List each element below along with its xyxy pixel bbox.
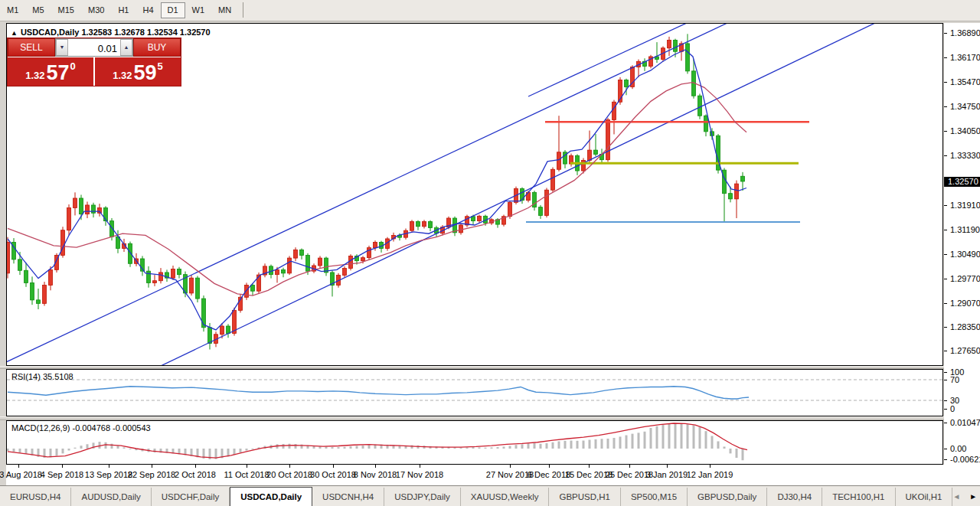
price-axis-label: 1.29070: [950, 299, 980, 308]
tabs-scroll-left-icon[interactable]: ◄: [952, 492, 960, 501]
buy-price-head: 1.32: [113, 70, 132, 81]
buy-price-display[interactable]: 1.32 59 5: [95, 57, 181, 86]
rsi-pane[interactable]: RSI(14) 35.5108: [6, 369, 943, 416]
chart-tab-dj30[interactable]: DJ30,H4: [767, 488, 822, 506]
date-tick: [629, 465, 630, 468]
timeframe-button-m5[interactable]: M5: [25, 2, 51, 18]
price-axis-label: 1.31190: [950, 225, 980, 234]
chart-tab-xauusd[interactable]: XAUUSD,Weekly: [461, 488, 550, 506]
timeframe-button-m30[interactable]: M30: [81, 2, 111, 18]
chart-tab-usdcnh[interactable]: USDCNH,H4: [312, 488, 384, 506]
axis-tick: [944, 459, 947, 460]
axis-tick: [944, 230, 947, 230]
chart-tab-usdcad[interactable]: USDCAD,Daily: [230, 487, 312, 506]
lot-size-input[interactable]: [68, 39, 120, 56]
timeframe-toolbar: M1M5M15M30H1H4D1W1MN: [0, 0, 980, 21]
buy-price-pip: 5: [158, 60, 163, 72]
ohlc-values: USDCAD,Daily 1.32583 1.32678 1.32534 1.3…: [21, 28, 211, 37]
price-axis-label: 0.010474: [950, 418, 980, 427]
date-axis-label: 30 Oct 2018: [310, 470, 356, 479]
timeframe-button-w1[interactable]: W1: [185, 2, 212, 18]
axis-tick: [944, 327, 947, 328]
lot-decrease-button[interactable]: ▼: [56, 39, 68, 56]
current-price-tag: 1.32570: [944, 177, 980, 187]
chart-ohlc-title: ▲USDCAD,Daily 1.32583 1.32678 1.32534 1.…: [11, 28, 211, 37]
chart-tab-gbpusd[interactable]: GBPUSD,Daily: [688, 488, 767, 506]
axis-tick: [944, 303, 947, 304]
lot-increase-button[interactable]: ▲: [120, 39, 132, 56]
date-axis-label: 6 Dec 2018: [528, 470, 570, 479]
chart-tab-tech100[interactable]: TECH100,H1: [822, 488, 895, 506]
axis-tick: [944, 82, 947, 83]
axis-tick: [944, 33, 947, 34]
axis-tick: [944, 279, 947, 279]
timeframe-button-d1[interactable]: D1: [161, 2, 185, 18]
buy-price-main: 59: [134, 63, 157, 83]
timeframe-button-h4[interactable]: H4: [136, 2, 160, 18]
price-axis-label: 1.31910: [950, 201, 980, 210]
date-axis-label: 2 Oct 2018: [175, 470, 216, 479]
date-axis[interactable]: 23 Aug 20184 Sep 201813 Sep 201822 Sep 2…: [6, 465, 980, 485]
chart-tab-usdjpy[interactable]: USDJPY,Daily: [384, 488, 461, 506]
axis-tick: [944, 380, 947, 380]
price-axis-label: 1.30490: [950, 250, 980, 259]
date-tick: [589, 465, 590, 468]
axis-tick: [944, 131, 947, 132]
date-axis-label: 11 Oct 2018: [224, 470, 269, 479]
date-axis-label: 22 Sep 2018: [128, 470, 175, 479]
axis-tick: [944, 205, 947, 206]
date-axis-label: 3 Jan 2019: [646, 470, 688, 479]
timeframe-button-m15[interactable]: M15: [51, 2, 81, 18]
macd-pane[interactable]: MACD(12,26,9) -0.004768 -0.000543: [6, 420, 943, 465]
date-axis-label: 13 Sep 2018: [85, 470, 132, 479]
axis-tick: [944, 351, 947, 351]
date-tick: [375, 465, 376, 468]
chart-tab-audusd[interactable]: AUDUSD,Daily: [71, 488, 151, 506]
buy-button[interactable]: BUY: [133, 38, 181, 57]
axis-tick: [944, 449, 947, 449]
chart-tab-ukoil[interactable]: UKOil,H1: [896, 488, 953, 506]
sell-price-display[interactable]: 1.32 57 0: [8, 57, 93, 86]
chart-tab-gbpusd[interactable]: GBPUSD,H1: [549, 488, 620, 506]
timeframe-button-m1[interactable]: M1: [0, 2, 25, 18]
price-axis-label: 70: [950, 375, 959, 384]
chart-tab-sp500[interactable]: SP500,M15: [621, 488, 688, 506]
timeframe-button-mn[interactable]: MN: [211, 2, 238, 18]
date-tick: [667, 465, 668, 468]
one-click-trading-panel: SELL ▼ ▲ BUY 1.32 57 0 1.32 59 5: [8, 38, 181, 86]
price-axis-label: 1.35470: [950, 77, 980, 87]
rsi-chart[interactable]: [7, 370, 942, 416]
axis-tick: [944, 254, 947, 255]
price-axis-label: 1.34050: [950, 126, 980, 135]
price-axis-label: 1.29770: [950, 274, 980, 283]
date-tick: [18, 465, 19, 468]
price-axis-label: 1.27650: [950, 346, 980, 355]
date-tick: [195, 465, 196, 468]
chart-tab-eurusd[interactable]: EURUSD,H4: [0, 488, 71, 506]
sell-button[interactable]: SELL: [8, 38, 55, 57]
axis-tick: [944, 423, 947, 423]
date-axis-label: 8 Nov 2018: [354, 470, 397, 479]
sell-price-main: 57: [47, 63, 70, 83]
tabs-scroll-right-icon[interactable]: ►: [969, 492, 977, 501]
date-axis-label: 20 Oct 2018: [266, 470, 312, 479]
chart-tab-usdchf[interactable]: USDCHF,Daily: [152, 488, 230, 506]
price-axis-label: 1.28350: [950, 322, 980, 331]
rsi-label: RSI(14) 35.5108: [11, 372, 74, 381]
date-tick: [710, 465, 710, 468]
axis-tick: [944, 409, 947, 410]
date-tick: [289, 465, 290, 468]
date-axis-label: 12 Jan 2019: [687, 470, 733, 479]
date-tick: [420, 465, 420, 468]
price-axis-label: -0.006218: [950, 455, 980, 464]
price-axis[interactable]: 1.368901.361701.354701.347501.340501.333…: [944, 23, 980, 484]
price-axis-label: 1.33330: [950, 151, 980, 160]
date-axis-label: 27 Nov 2018: [486, 470, 534, 479]
timeframe-button-h1[interactable]: H1: [111, 2, 136, 18]
price-axis-label: 0.00: [950, 444, 966, 453]
macd-label: MACD(12,26,9) -0.004768 -0.000543: [11, 423, 151, 433]
lot-size-box: ▼ ▲: [55, 38, 133, 57]
collapse-trade-panel-icon[interactable]: ▲: [11, 29, 18, 37]
price-axis-label: 1.34750: [950, 102, 980, 111]
date-tick: [62, 465, 63, 468]
